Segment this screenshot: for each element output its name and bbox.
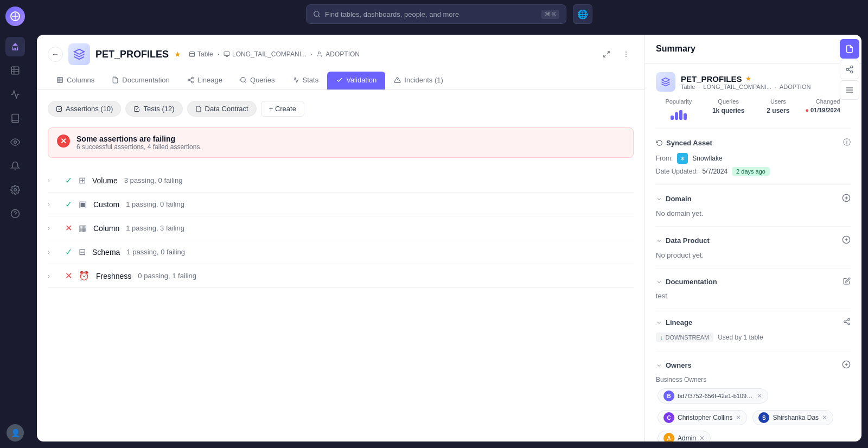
sidebar-item-home[interactable] bbox=[5, 37, 25, 56]
tab-lineage[interactable]: Lineage bbox=[178, 72, 231, 89]
left-sidebar: 👤 bbox=[0, 0, 30, 448]
sub-tab-data-contract[interactable]: Data Contract bbox=[187, 101, 257, 117]
svg-point-34 bbox=[846, 68, 848, 71]
volume-type-icon: ⊞ bbox=[79, 175, 86, 185]
alert-error-icon: ✕ bbox=[57, 135, 70, 148]
panel-lineage-button[interactable] bbox=[840, 60, 859, 79]
synced-asset-section: Synced Asset ⓘ From: ❄ Snowflake Date Up… bbox=[656, 138, 851, 185]
sidebar-item-tables[interactable] bbox=[5, 61, 25, 80]
create-button[interactable]: + Create bbox=[261, 101, 304, 117]
asset-name: PET_PROFILES bbox=[95, 49, 169, 60]
remove-owner-collins[interactable]: ✕ bbox=[736, 414, 741, 421]
summary-star-icon: ★ bbox=[745, 75, 751, 82]
star-icon[interactable]: ★ bbox=[174, 50, 181, 59]
svg-rect-1 bbox=[11, 67, 19, 74]
owner-avatar-das: S bbox=[758, 412, 769, 423]
sidebar-item-alerts[interactable] bbox=[5, 156, 25, 176]
tab-queries[interactable]: Queries bbox=[231, 72, 284, 89]
expand-button[interactable] bbox=[599, 47, 614, 62]
date-badge: 2 days ago bbox=[732, 167, 770, 176]
search-icon bbox=[313, 10, 321, 18]
domain-add-button[interactable] bbox=[842, 194, 851, 204]
sidebar-item-settings[interactable] bbox=[5, 180, 25, 200]
stat-users: Users 2 users bbox=[756, 98, 801, 120]
chevron-schema[interactable]: › bbox=[48, 248, 59, 256]
tab-validation[interactable]: Validation bbox=[327, 72, 385, 89]
sidebar-item-analytics[interactable] bbox=[5, 85, 25, 104]
sidebar-item-vision[interactable] bbox=[5, 132, 25, 152]
chevron-down-owners bbox=[656, 362, 662, 369]
app-logo bbox=[5, 7, 25, 26]
owner-tag-collins: C Christopher Collins ✕ bbox=[658, 410, 747, 425]
remove-owner-admin[interactable]: ✕ bbox=[699, 434, 705, 441]
search-bar[interactable]: Find tables, dashboards, people, and mor… bbox=[306, 4, 566, 24]
assertion-row-volume: › ✓ ⊞ Volume 3 passing, 0 failing bbox=[48, 169, 634, 193]
sidebar-item-help[interactable] bbox=[5, 204, 25, 223]
search-placeholder: Find tables, dashboards, people, and mor… bbox=[325, 10, 459, 18]
remove-owner-das[interactable]: ✕ bbox=[822, 414, 827, 421]
chevron-column[interactable]: › bbox=[48, 225, 59, 232]
product-add-button[interactable] bbox=[842, 235, 851, 246]
chevron-down-domain bbox=[656, 196, 662, 202]
remove-owner-b1[interactable]: ✕ bbox=[757, 392, 762, 400]
tab-columns[interactable]: Columns bbox=[48, 72, 103, 89]
stats-grid: Popularity Queries 1k queries User bbox=[656, 98, 851, 129]
assertion-stats-schema: 1 passing, 0 failing bbox=[126, 248, 185, 256]
user-avatar[interactable]: 👤 bbox=[7, 424, 24, 441]
language-button[interactable]: 🌐 bbox=[573, 4, 592, 24]
sub-tab-tests[interactable]: Tests (12) bbox=[125, 101, 182, 117]
synced-from-row: From: ❄ Snowflake bbox=[656, 153, 851, 164]
assertion-name-column: Column bbox=[93, 224, 119, 233]
right-panel-header: Summary bbox=[645, 35, 861, 63]
more-options-button[interactable] bbox=[618, 47, 634, 62]
changed-indicator: ● bbox=[805, 107, 809, 113]
svg-rect-13 bbox=[224, 52, 229, 56]
panel-doc-button[interactable] bbox=[840, 39, 859, 59]
freshness-type-icon: ⏰ bbox=[79, 271, 90, 281]
queries-icon bbox=[240, 76, 247, 84]
product-empty: No product yet. bbox=[656, 251, 851, 259]
svg-point-9 bbox=[314, 11, 319, 16]
assertion-stats-freshness: 0 passing, 1 failing bbox=[138, 272, 196, 280]
contract-icon bbox=[195, 106, 202, 112]
tabs-row: Columns Documentation Lineage Queries bbox=[48, 72, 634, 89]
tab-incidents[interactable]: Incidents (1) bbox=[385, 72, 452, 89]
validation-content: Assertions (10) Tests (12) Data Contract… bbox=[37, 90, 644, 441]
owner-avatar-collins: C bbox=[663, 412, 674, 423]
back-button[interactable]: ← bbox=[48, 47, 63, 62]
svg-point-48 bbox=[844, 321, 846, 323]
right-panel: Summary PET_PROFILES ★ bbox=[644, 35, 861, 441]
chevron-down-product bbox=[656, 238, 662, 244]
tab-documentation[interactable]: Documentation bbox=[103, 72, 178, 89]
sidebar-item-catalog[interactable] bbox=[5, 108, 25, 128]
top-bar: Find tables, dashboards, people, and mor… bbox=[30, 0, 868, 28]
owner-avatar-admin: A bbox=[663, 433, 674, 441]
owner-tag-das: S Shirshanka Das ✕ bbox=[752, 410, 833, 425]
owners-add-button[interactable] bbox=[842, 360, 851, 370]
assertion-stats-column: 1 passing, 3 failing bbox=[126, 224, 184, 232]
chevron-freshness[interactable]: › bbox=[48, 272, 59, 280]
chevron-custom[interactable]: › bbox=[48, 201, 59, 208]
stat-queries: Queries 1k queries bbox=[706, 98, 751, 120]
assertion-row-custom: › ✓ ▣ Custom 1 passing, 0 failing bbox=[48, 193, 634, 216]
business-owners-label: Business Owners bbox=[656, 376, 851, 383]
svg-rect-10 bbox=[190, 52, 195, 57]
status-fail-column: ✕ bbox=[65, 223, 72, 233]
assertion-row-column: › ✕ ▦ Column 1 passing, 3 failing bbox=[48, 216, 634, 240]
svg-line-37 bbox=[848, 67, 851, 69]
domain-section: Domain No domain yet. bbox=[656, 194, 851, 227]
lineage-nav-button[interactable] bbox=[843, 318, 851, 327]
status-pass-schema: ✓ bbox=[65, 247, 72, 257]
svg-point-16 bbox=[318, 52, 321, 54]
tab-stats[interactable]: Stats bbox=[284, 72, 328, 89]
sub-tab-assertions[interactable]: Assertions (10) bbox=[48, 101, 121, 117]
doc-edit-button[interactable] bbox=[843, 277, 851, 286]
doc-value: test bbox=[656, 292, 851, 300]
synced-info-button[interactable]: ⓘ bbox=[843, 138, 851, 148]
card-header: ← PET_PROFILES ★ Table · bbox=[37, 35, 644, 90]
breadcrumb-company: LONG_TAIL_COMPANI... bbox=[224, 50, 307, 58]
svg-point-26 bbox=[192, 81, 193, 83]
assertion-name-custom: Custom bbox=[93, 200, 119, 209]
chevron-volume[interactable]: › bbox=[48, 177, 59, 184]
panel-list-button[interactable] bbox=[840, 80, 859, 100]
